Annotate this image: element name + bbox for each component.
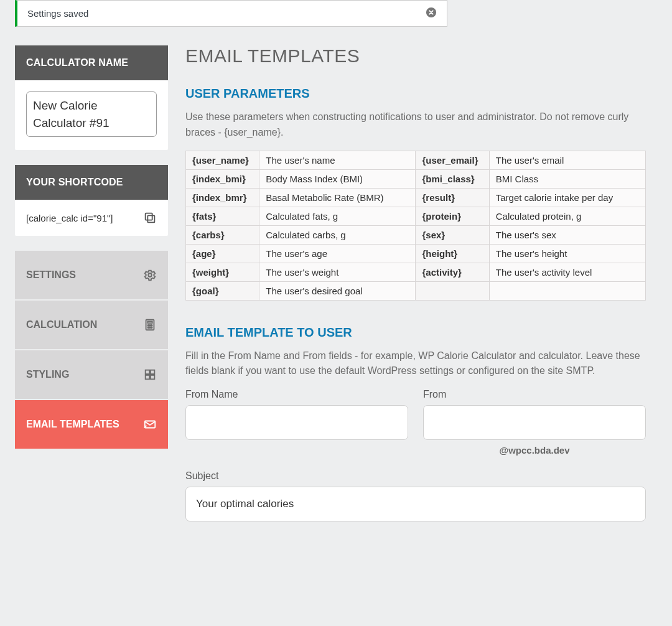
calculator-name-card: CALCULATOR NAME bbox=[15, 45, 168, 150]
shortcode-card: YOUR SHORTCODE [calorie_calc id="91"] bbox=[15, 165, 168, 236]
calc-name-heading: CALCULATOR NAME bbox=[15, 45, 168, 80]
from-name-label: From Name bbox=[185, 389, 408, 400]
svg-rect-13 bbox=[151, 370, 154, 374]
table-row: {index_bmr}Basal Metabolic Rate (BMR){re… bbox=[186, 188, 646, 207]
shortcode-value: [calorie_calc id="91"] bbox=[26, 213, 113, 223]
notice-text: Settings saved bbox=[27, 8, 88, 19]
param-desc: Basal Metabolic Rate (BMR) bbox=[259, 188, 416, 207]
param-key: {carbs} bbox=[186, 225, 259, 244]
calc-name-input[interactable] bbox=[26, 91, 157, 137]
subject-input[interactable] bbox=[185, 487, 646, 521]
param-key: {activity} bbox=[416, 263, 489, 281]
svg-point-3 bbox=[148, 273, 152, 277]
param-key: {height} bbox=[416, 244, 489, 263]
param-key: {bmi_class} bbox=[416, 169, 489, 188]
param-key: {index_bmi} bbox=[186, 169, 259, 188]
param-key: {goal} bbox=[186, 281, 259, 300]
settings-tabs: SETTINGS CALCULATION STYLING bbox=[15, 251, 168, 450]
table-row: {weight}The user's weight{activity}The u… bbox=[186, 263, 646, 281]
svg-rect-1 bbox=[147, 215, 154, 222]
param-desc: The user's height bbox=[489, 244, 645, 263]
table-row: {age}The user's age{height}The user's he… bbox=[186, 244, 646, 263]
param-desc: BMI Class bbox=[489, 169, 645, 188]
param-key: {age} bbox=[186, 244, 259, 263]
user-parameters-hint: Use these parameters when constructing n… bbox=[185, 110, 646, 141]
tab-label: CALCULATION bbox=[26, 319, 97, 330]
param-key: {weight} bbox=[186, 263, 259, 281]
svg-point-11 bbox=[151, 327, 152, 329]
param-desc: Calculated carbs, g bbox=[259, 225, 416, 244]
tab-label: SETTINGS bbox=[26, 269, 76, 281]
copy-icon[interactable] bbox=[143, 211, 157, 225]
tab-calculation[interactable]: CALCULATION bbox=[15, 301, 168, 349]
table-row: {index_bmi}Body Mass Index (BMI){bmi_cla… bbox=[186, 169, 646, 188]
table-row: {user_name}The user's name{user_email}Th… bbox=[186, 151, 646, 169]
email-template-user-hint: Fill in the From Name and From fields - … bbox=[185, 348, 646, 380]
param-desc: Calculated fats, g bbox=[259, 207, 416, 225]
parameters-table: {user_name}The user's name{user_email}Th… bbox=[185, 151, 646, 301]
from-label: From bbox=[423, 389, 646, 400]
tab-styling[interactable]: STYLING bbox=[15, 350, 168, 399]
svg-rect-12 bbox=[146, 370, 149, 374]
tab-settings[interactable]: SETTINGS bbox=[15, 251, 168, 299]
svg-rect-15 bbox=[151, 375, 154, 379]
from-name-input[interactable] bbox=[185, 405, 408, 440]
param-desc: The user's weight bbox=[259, 263, 416, 281]
tab-email-templates[interactable]: EMAIL TEMPLATES bbox=[15, 400, 168, 449]
table-row: {fats}Calculated fats, g{protein}Calcula… bbox=[186, 207, 646, 225]
tab-label: EMAIL TEMPLATES bbox=[26, 419, 119, 430]
svg-point-8 bbox=[151, 325, 152, 326]
settings-saved-notice: Settings saved bbox=[15, 0, 447, 27]
param-key: {protein} bbox=[416, 207, 489, 225]
subject-label: Subject bbox=[185, 470, 646, 482]
from-domain-helper: @wpcc.bda.dev bbox=[423, 445, 646, 455]
from-input[interactable] bbox=[423, 405, 646, 440]
param-desc bbox=[489, 281, 645, 300]
user-parameters-heading: USER PARAMETERS bbox=[185, 86, 646, 101]
sidebar: CALCULATOR NAME YOUR SHORTCODE [calorie_… bbox=[15, 45, 168, 537]
page-title: EMAIL TEMPLATES bbox=[185, 45, 646, 67]
svg-point-6 bbox=[147, 325, 149, 326]
param-desc: The user's email bbox=[489, 151, 645, 169]
param-desc: Target calorie intake per day bbox=[489, 188, 645, 207]
param-desc: The user's age bbox=[259, 244, 416, 263]
param-key: {result} bbox=[416, 188, 489, 207]
close-icon[interactable] bbox=[426, 7, 437, 20]
gear-icon bbox=[143, 268, 157, 282]
param-key bbox=[416, 281, 489, 300]
grid-icon bbox=[143, 368, 157, 381]
svg-point-9 bbox=[147, 327, 149, 329]
param-desc: Body Mass Index (BMI) bbox=[259, 169, 416, 188]
shortcode-heading: YOUR SHORTCODE bbox=[15, 165, 168, 200]
param-key: {sex} bbox=[416, 225, 489, 244]
email-template-user-heading: EMAIL TEMPLATE TO USER bbox=[185, 325, 646, 340]
param-key: {user_name} bbox=[186, 151, 259, 169]
main-content[interactable]: EMAIL TEMPLATES USER PARAMETERS Use thes… bbox=[185, 45, 657, 537]
svg-rect-2 bbox=[146, 213, 152, 220]
param-desc: The user's name bbox=[259, 151, 416, 169]
param-key: {user_email} bbox=[416, 151, 489, 169]
tab-label: STYLING bbox=[26, 369, 69, 380]
table-row: {goal}The user's desired goal bbox=[186, 281, 646, 300]
mail-icon bbox=[143, 418, 157, 431]
param-key: {index_bmr} bbox=[186, 188, 259, 207]
calculator-icon bbox=[143, 318, 157, 332]
param-desc: The user's desired goal bbox=[259, 281, 416, 300]
svg-rect-5 bbox=[147, 322, 152, 324]
svg-point-10 bbox=[149, 327, 151, 329]
param-desc: The user's activity level bbox=[489, 263, 645, 281]
param-desc: The user's sex bbox=[489, 225, 645, 244]
table-row: {carbs}Calculated carbs, g{sex}The user'… bbox=[186, 225, 646, 244]
param-desc: Calculated protein, g bbox=[489, 207, 645, 225]
svg-point-7 bbox=[149, 325, 151, 326]
param-key: {fats} bbox=[186, 207, 259, 225]
svg-rect-14 bbox=[146, 375, 149, 379]
